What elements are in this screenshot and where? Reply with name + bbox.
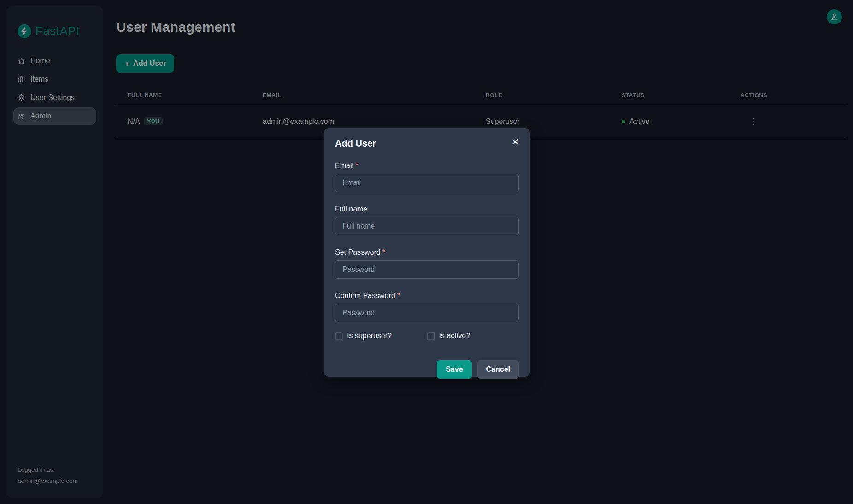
- cancel-button[interactable]: Cancel: [477, 360, 519, 379]
- email-field[interactable]: [335, 174, 519, 192]
- required-asterisk: *: [355, 162, 358, 170]
- set-password-field-group: Set Password*: [335, 248, 519, 279]
- full-name-field-group: Full name: [335, 205, 519, 235]
- confirm-password-field-group: Confirm Password*: [335, 292, 519, 322]
- set-password-field[interactable]: [335, 260, 519, 279]
- is-active-checkbox[interactable]: Is active?: [427, 332, 519, 340]
- checkbox-row: Is superuser? Is active?: [335, 332, 519, 340]
- add-user-modal: Add User ✕ Email* Full name Set Password…: [324, 128, 530, 377]
- checkbox-icon: [427, 332, 435, 340]
- confirm-password-field[interactable]: [335, 304, 519, 322]
- close-icon[interactable]: ✕: [509, 135, 522, 148]
- modal-actions: Save Cancel: [335, 360, 519, 379]
- confirm-password-label: Confirm Password*: [335, 292, 519, 300]
- required-asterisk: *: [397, 292, 400, 299]
- full-name-label: Full name: [335, 205, 519, 213]
- required-asterisk: *: [382, 248, 385, 256]
- modal-title: Add User: [335, 138, 519, 149]
- save-button[interactable]: Save: [437, 360, 471, 379]
- email-field-group: Email*: [335, 162, 519, 192]
- checkbox-icon: [335, 332, 343, 340]
- is-active-label: Is active?: [439, 332, 471, 340]
- full-name-field[interactable]: [335, 217, 519, 235]
- set-password-label: Set Password*: [335, 248, 519, 257]
- is-superuser-label: Is superuser?: [347, 332, 392, 340]
- email-label: Email*: [335, 162, 519, 170]
- is-superuser-checkbox[interactable]: Is superuser?: [335, 332, 427, 340]
